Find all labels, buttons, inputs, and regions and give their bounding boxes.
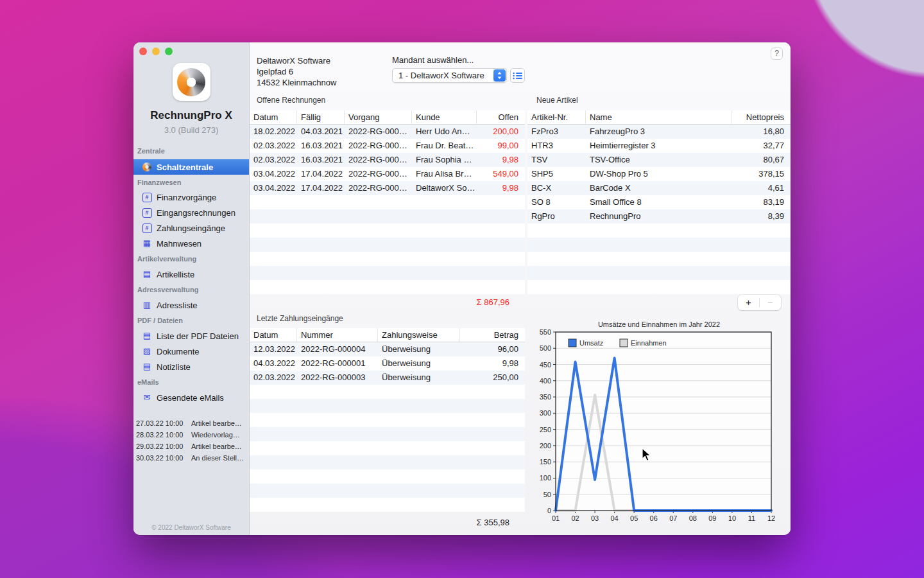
table-cell: 2022-RG-000… [345, 181, 412, 195]
table-row[interactable] [250, 209, 525, 223]
table-cell: Herr Udo An… [412, 125, 477, 139]
log-entry[interactable]: 28.03.22 10:00 Wiedervorlag… [133, 429, 250, 441]
minimize-button[interactable] [152, 48, 160, 55]
table-row[interactable]: 02.03.202216.03.20212022-RG-000…Frau Sop… [250, 153, 525, 167]
column-header[interactable]: Nettopreis [732, 110, 791, 124]
log-entry[interactable]: 30.03.22 10:00 An dieser Stell… [133, 452, 250, 464]
table-cell: 96,00 [460, 342, 525, 356]
column-header[interactable]: Betrag [460, 328, 525, 342]
table-row[interactable] [250, 223, 525, 238]
sidebar-item-notizliste[interactable]: ▤ Notizliste [133, 359, 249, 374]
table-row[interactable] [527, 252, 791, 266]
table-header: Artikel-Nr.NameNettopreis [527, 110, 791, 125]
table-cell: 16,80 [732, 125, 791, 139]
sidebar-item-artikelliste[interactable]: ▤ Artikelliste [133, 267, 249, 282]
table-row[interactable] [250, 385, 525, 399]
table-row[interactable]: 12.03.20222022-RG-000004Überweisung96,00 [250, 342, 525, 356]
table-row[interactable]: 03.04.202217.04.20222022-RG-000…Frau Ali… [250, 167, 525, 181]
column-header[interactable]: Zahlungsweise [378, 328, 460, 342]
table-row[interactable]: FzPro3FahrzeugPro 316,80 [527, 125, 791, 139]
sidebar-item-pdf-liste[interactable]: ▤ Liste der PDF Dateien [133, 328, 249, 344]
table-cell: RgPro [527, 209, 586, 223]
table-row[interactable] [527, 238, 791, 252]
sidebar-item-adressliste[interactable]: ▥ Adressliste [133, 297, 249, 313]
sidebar-item-finanzvorgaenge[interactable]: # Finanzvorgänge [133, 189, 249, 205]
table-row[interactable] [250, 441, 525, 455]
table-row[interactable] [250, 469, 525, 484]
table-cell: DW-Shop Pro 5 [586, 167, 732, 181]
envelope-icon: ✉ [142, 392, 152, 403]
column-header[interactable]: Datum [250, 328, 297, 342]
table-row[interactable] [250, 455, 525, 469]
help-button[interactable]: ? [771, 48, 783, 60]
table-cell: 12.03.2022 [250, 342, 297, 356]
table-row[interactable] [250, 238, 525, 252]
table-row[interactable]: RgProRechnungPro8,39 [527, 209, 791, 223]
table-row[interactable] [250, 484, 525, 498]
revenue-chart[interactable]: 0501001502002503003504004505005500102030… [527, 328, 791, 529]
sidebar-item-schaltzentrale[interactable]: Schaltzentrale [133, 159, 249, 175]
table-row[interactable]: HTR3Heimtierregister 332,77 [527, 139, 791, 153]
column-header[interactable]: Offen [477, 110, 525, 124]
section-label-zentrale: Zentrale [133, 146, 249, 155]
sidebar-item-gesendete-emails[interactable]: ✉ Gesendete eMails [133, 390, 249, 405]
column-header[interactable]: Datum [250, 110, 297, 124]
table-row[interactable]: SO 8Small Office 883,19 [527, 195, 791, 209]
table-row[interactable] [250, 498, 525, 512]
table-row[interactable]: 02.03.20222022-RG-000003Überweisung250,0… [250, 371, 525, 385]
svg-text:03: 03 [591, 514, 599, 522]
close-button[interactable] [139, 48, 147, 55]
table-row[interactable] [250, 195, 525, 209]
column-header[interactable]: Artikel-Nr. [527, 110, 586, 124]
table-row[interactable]: 18.02.202204.03.20212022-RG-000…Herr Udo… [250, 125, 525, 139]
table-cell: FahrzeugPro 3 [586, 125, 732, 139]
table-row[interactable] [250, 399, 525, 413]
sidebar-item-dokumente[interactable]: ▨ Dokumente [133, 344, 249, 359]
column-header[interactable]: Vorgang [345, 110, 412, 124]
sidebar-item-zahlungseingaenge[interactable]: # Zahlungseingänge [133, 220, 249, 236]
zoom-button[interactable] [165, 48, 173, 55]
table-row[interactable]: 02.03.202216.03.20212022-RG-000…Frau Dr.… [250, 139, 525, 153]
column-header[interactable]: Fällig [297, 110, 345, 124]
table-header: DatumNummerZahlungsweiseBetrag [250, 328, 525, 342]
svg-text:Einnahmen: Einnahmen [631, 339, 667, 347]
table-cell: 2022-RG-000… [345, 125, 412, 139]
table-row[interactable] [250, 266, 525, 280]
table-cell: Überweisung [378, 342, 460, 356]
table-row[interactable] [250, 280, 525, 294]
table-cell: SHP5 [527, 167, 586, 181]
table-row[interactable] [250, 413, 525, 427]
mandant-select[interactable]: 1 - DeltaworX Software [392, 68, 507, 83]
column-header[interactable]: Name [586, 110, 732, 124]
log-entry[interactable]: 29.03.22 10:00 Artikel bearbe… [133, 441, 250, 452]
table-row[interactable] [527, 266, 791, 280]
table-row[interactable]: 03.04.202217.04.20222022-RG-000…Deltawor… [250, 181, 525, 195]
sidebar-item-eingangsrechnungen[interactable]: # Eingangsrechnungen [133, 205, 249, 220]
svg-text:50: 50 [543, 491, 551, 498]
log-entry[interactable]: 27.03.22 10:00 Artikel bearbe… [133, 417, 250, 429]
svg-text:250: 250 [540, 426, 551, 434]
app-version: 3.0 (Build 273) [133, 125, 249, 135]
table-row[interactable] [527, 280, 791, 294]
sidebar-item-mahnwesen[interactable]: ▦ Mahnwesen [133, 236, 249, 251]
svg-text:07: 07 [669, 514, 677, 522]
table-row[interactable]: SHP5DW-Shop Pro 5378,15 [527, 167, 791, 181]
svg-text:450: 450 [540, 361, 551, 369]
table-cell: 02.03.2022 [250, 139, 297, 153]
svg-text:08: 08 [689, 514, 697, 522]
table-row[interactable] [250, 252, 525, 266]
table-row[interactable] [527, 223, 791, 238]
column-header[interactable]: Kunde [412, 110, 477, 124]
remove-article-button[interactable]: − [760, 295, 781, 310]
add-article-button[interactable]: + [738, 295, 759, 310]
table-row[interactable]: BC-XBarCode X4,61 [527, 181, 791, 195]
mandant-list-button[interactable] [510, 68, 525, 83]
table-row[interactable]: TSVTSV-Office80,67 [527, 153, 791, 167]
new-articles-table: Artikel-Nr.NameNettopreisFzPro3FahrzeugP… [527, 110, 791, 294]
swirl-icon [142, 162, 152, 172]
table-cell: DeltaworX So… [412, 181, 477, 195]
table-cell: Frau Alisa Br… [412, 167, 477, 181]
column-header[interactable]: Nummer [297, 328, 378, 342]
table-row[interactable]: 04.03.20222022-RG-000001Überweisung9,98 [250, 356, 525, 371]
table-row[interactable] [250, 427, 525, 441]
